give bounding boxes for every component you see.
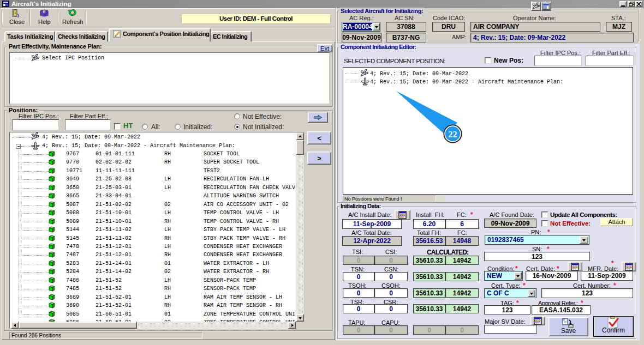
svg-text:22: 22 bbox=[448, 129, 457, 140]
